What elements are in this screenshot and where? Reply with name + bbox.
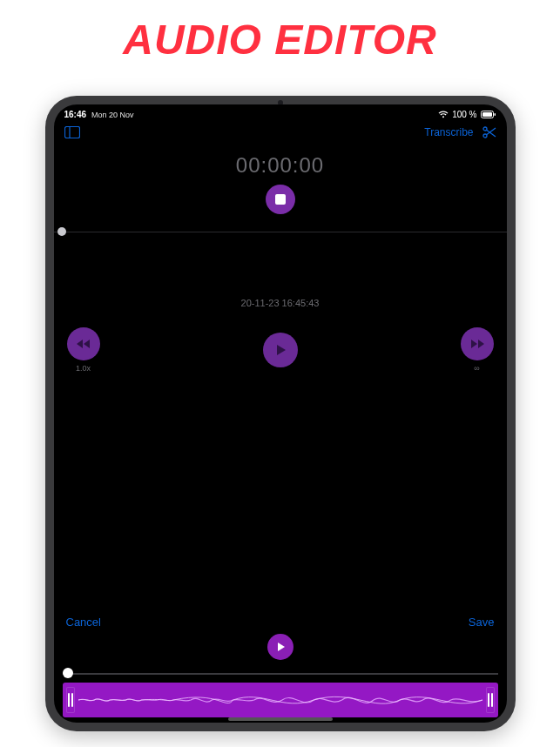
- scrubber-thumb[interactable]: [63, 668, 73, 678]
- trim-editor: Cancel Save: [54, 616, 507, 717]
- transcribe-button[interactable]: Transcribe: [424, 126, 473, 138]
- app-screen: 16:46 Mon 20 Nov 100 % Transcribe: [54, 104, 507, 723]
- transport-controls: 1.0x ∞: [54, 327, 507, 373]
- stop-icon: [275, 194, 286, 205]
- battery-icon: [481, 111, 496, 118]
- trim-handle-right[interactable]: [486, 687, 495, 713]
- tablet-frame: 16:46 Mon 20 Nov 100 % Transcribe: [45, 96, 516, 731]
- marketing-headline: AUDIO EDITOR: [0, 16, 560, 64]
- progress-thumb[interactable]: [57, 227, 66, 236]
- stop-button[interactable]: [266, 185, 295, 214]
- trim-region[interactable]: [63, 683, 498, 717]
- status-time: 16:46: [64, 110, 87, 119]
- wifi-icon: [438, 111, 449, 118]
- editor-scrubber[interactable]: [63, 667, 498, 679]
- forward-button[interactable]: [461, 327, 494, 360]
- editor-play-button[interactable]: [267, 634, 293, 660]
- play-button[interactable]: [263, 333, 298, 367]
- status-date: Mon 20 Nov: [91, 111, 134, 119]
- nav-bar: Transcribe: [54, 120, 507, 143]
- cancel-button[interactable]: Cancel: [66, 616, 101, 629]
- record-timer: 00:00:00: [54, 153, 507, 178]
- svg-rect-1: [482, 112, 492, 117]
- scissors-icon[interactable]: [482, 126, 496, 138]
- status-bar: 16:46 Mon 20 Nov 100 %: [54, 104, 507, 120]
- home-indicator[interactable]: [228, 717, 333, 721]
- waveform: [78, 687, 482, 713]
- trim-handle-left[interactable]: [66, 687, 75, 713]
- rewind-button[interactable]: [67, 327, 100, 360]
- battery-percent: 100 %: [452, 110, 476, 119]
- save-button[interactable]: Save: [469, 616, 495, 629]
- sidebar-toggle-icon[interactable]: [64, 126, 80, 138]
- svg-rect-2: [494, 113, 496, 116]
- recording-name: 20-11-23 16:45:43: [54, 298, 507, 308]
- record-progress[interactable]: [54, 226, 507, 237]
- speed-label[interactable]: 1.0x: [76, 364, 91, 373]
- loop-label[interactable]: ∞: [474, 364, 479, 373]
- svg-rect-3: [64, 127, 79, 138]
- svg-point-5: [483, 127, 487, 131]
- svg-point-6: [483, 134, 487, 138]
